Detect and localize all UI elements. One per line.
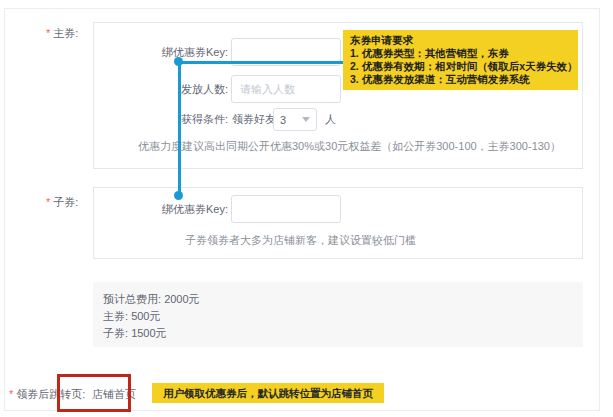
issue-count-label: 发放人数: bbox=[93, 84, 228, 95]
friend-count-select[interactable]: 3 bbox=[273, 108, 317, 131]
connector-horizontal-line bbox=[179, 61, 343, 64]
cost-summary-box: 预计总费用: 2000元 主券: 500元 子券: 1500元 bbox=[93, 282, 583, 347]
issue-count-input[interactable] bbox=[231, 75, 341, 103]
tooltip-line: 1. 优惠券类型：其他营销型，东券 bbox=[350, 47, 571, 60]
required-asterisk: * bbox=[46, 196, 50, 208]
required-asterisk: * bbox=[9, 388, 13, 400]
connector-dot-bottom bbox=[174, 191, 183, 200]
sub-coupon-label: *子券: bbox=[46, 197, 78, 208]
summary-main-line: 主券: 500元 bbox=[103, 308, 583, 325]
redirect-note: 用户领取优惠券后，默认跳转位置为店铺首页 bbox=[152, 383, 384, 403]
main-bind-key-label: 绑优惠券Key: bbox=[93, 47, 228, 58]
main-coupon-label: *主券: bbox=[46, 28, 78, 39]
connector-dot-top bbox=[174, 57, 183, 66]
condition-label: 获得条件: bbox=[93, 114, 228, 125]
redirect-label: *领券后跳转页: bbox=[9, 389, 85, 400]
tooltip-line: 3. 优惠券发放渠道：互动营销发券系统 bbox=[350, 73, 571, 86]
tooltip-line: 2. 优惠券有效期：相对时间（领取后x天券失效） bbox=[350, 60, 571, 73]
required-asterisk: * bbox=[46, 27, 50, 39]
coupon-form-page: *主券: 绑优惠券Key: 发放人数: 获得条件: 领券好友数达 3 人 优惠力… bbox=[0, 0, 613, 417]
sub-bind-key-label: 绑优惠券Key: bbox=[93, 204, 228, 215]
summary-total-line: 预计总费用: 2000元 bbox=[103, 291, 583, 308]
summary-sub-line: 子券: 1500元 bbox=[103, 325, 583, 342]
chevron-down-icon bbox=[302, 117, 310, 122]
tooltip-title: 东券申请要求 bbox=[350, 34, 571, 47]
sub-coupon-hint: 子券领券者大多为店铺新客，建议设置较低门槛 bbox=[185, 235, 416, 246]
sub-bind-key-input[interactable] bbox=[231, 195, 341, 223]
main-coupon-hint: 优惠力度建议高出同期公开优惠30%或30元权益差（如公开券300-100，主券3… bbox=[138, 141, 561, 152]
friend-count-value: 3 bbox=[280, 114, 286, 126]
connector-vertical-line bbox=[178, 61, 181, 196]
coupon-requirements-tooltip: 东券申请要求 1. 优惠券类型：其他营销型，东券 2. 优惠券有效期：相对时间（… bbox=[343, 30, 578, 90]
redirect-value: 店铺首页 bbox=[92, 389, 136, 400]
condition-suffix: 人 bbox=[325, 114, 336, 125]
